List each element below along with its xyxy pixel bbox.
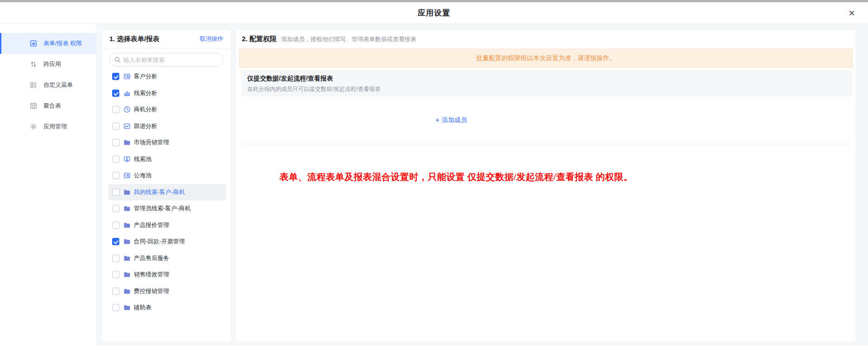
folder-icon: [123, 304, 131, 311]
folder-icon: [123, 238, 131, 245]
custom-menu-icon: [30, 81, 37, 89]
batch-warning-banner: 批量配置的权限组以本次设置为准，请谨慎操作。: [239, 48, 853, 68]
search-input[interactable]: [123, 57, 218, 63]
item-label: 我的线索-客户-商机: [134, 188, 185, 196]
report-permission-icon: [30, 40, 37, 47]
item-checkbox[interactable]: [112, 172, 119, 179]
item-label: 费控报销管理: [134, 287, 169, 295]
item-checkbox[interactable]: [112, 156, 119, 163]
batch-warning-text: 批量配置的权限组以本次设置为准，请谨慎操作。: [476, 54, 616, 62]
item-checkbox[interactable]: [112, 90, 119, 97]
form-list: 客户分析线索分析商机分析跟进分析市场营销管理线索池公海池我的线索-客户-商机管理…: [102, 68, 231, 316]
board-icon: [123, 156, 131, 163]
permission-subtitle: 添加成员，授权他们填写、管理表单数据或查看报表: [281, 35, 416, 43]
item-label: 线索分析: [134, 89, 157, 97]
item-checkbox[interactable]: [112, 189, 119, 196]
form-list-item[interactable]: 客户分析: [102, 68, 231, 85]
form-list-item[interactable]: 合同-回款-开票管理: [102, 233, 231, 250]
permission-group-box: 仅提交数据/发起流程/查看报表 在此分组内的成员只可以提交数据/发起流程/查看报…: [241, 70, 852, 144]
form-list-item[interactable]: 费控报销管理: [102, 283, 231, 300]
app-settings-dialog: 应用设置 × 表单/报表 权限跨应用自定义菜单聚合表应用管理 1. 选择表单/报…: [0, 0, 868, 346]
app-manage-icon: [30, 123, 37, 130]
item-checkbox[interactable]: [112, 304, 119, 311]
item-label: 商机分析: [134, 105, 157, 114]
item-label: 客户分析: [134, 72, 157, 81]
item-checkbox[interactable]: [112, 238, 119, 245]
permission-group-members-area: + 添加成员: [241, 96, 852, 144]
item-checkbox[interactable]: [112, 73, 119, 80]
form-select-header: 1. 选择表单/报表 取消操作: [102, 30, 231, 48]
item-label: 产品售后服务: [134, 254, 169, 262]
form-list-item[interactable]: 我的线索-客户-商机: [108, 184, 226, 201]
item-label: 跟进分析: [134, 122, 157, 130]
item-checkbox[interactable]: [112, 205, 119, 212]
sidebar-item-2[interactable]: 自定义菜单: [0, 75, 96, 95]
item-checkbox[interactable]: [112, 139, 119, 146]
search-icon: [114, 57, 121, 63]
item-label: 合同-回款-开票管理: [134, 237, 185, 246]
sidebar-item-4[interactable]: 应用管理: [0, 116, 96, 137]
sidebar-item-0[interactable]: 表单/报表 权限: [0, 33, 96, 54]
item-label: 线索池: [134, 155, 151, 163]
clock-icon: [123, 106, 131, 113]
form-list-item[interactable]: 产品报价管理: [102, 217, 231, 234]
cross-app-icon: [30, 61, 37, 68]
aggregate-table-icon: [30, 102, 37, 109]
sidebar-item-label: 应用管理: [43, 123, 67, 131]
item-checkbox[interactable]: [112, 271, 119, 278]
sidebar-item-label: 跨应用: [43, 60, 61, 68]
item-label: 产品报价管理: [134, 221, 169, 229]
add-member-label: 添加成员: [442, 116, 467, 124]
barchart-icon: [123, 90, 131, 97]
sidebar-item-label: 聚合表: [43, 102, 61, 110]
form-select-title: 1. 选择表单/报表: [109, 35, 160, 43]
dialog-titlebar: 应用设置 ×: [0, 2, 868, 24]
form-list-item[interactable]: 商机分析: [102, 101, 231, 118]
item-label: 辅助表: [134, 303, 151, 312]
dialog-title: 应用设置: [418, 8, 450, 18]
cancel-operation-link[interactable]: 取消操作: [200, 35, 223, 43]
form-list-item[interactable]: 线索分析: [102, 85, 231, 102]
item-checkbox[interactable]: [112, 106, 119, 113]
form-list-item[interactable]: 线索池: [102, 151, 231, 168]
permission-title: 2. 配置权限: [242, 35, 277, 43]
item-checkbox[interactable]: [112, 255, 119, 262]
trend-icon: [123, 123, 131, 130]
folder-icon: [123, 288, 131, 295]
mixed-setting-notice: 表单、流程表单及报表混合设置时，只能设置 仅提交数据/发起流程/查看报表 的权限…: [279, 171, 633, 183]
item-label: 市场营销管理: [134, 138, 169, 147]
form-list-item[interactable]: 辅助表: [102, 299, 231, 316]
item-checkbox[interactable]: [112, 123, 119, 130]
sidebar-item-3[interactable]: 聚合表: [0, 95, 96, 116]
close-icon[interactable]: ×: [845, 7, 858, 19]
form-list-item[interactable]: 跟进分析: [102, 118, 231, 135]
form-list-item[interactable]: 公海池: [102, 167, 231, 184]
settings-sidebar: 表单/报表 权限跨应用自定义菜单聚合表应用管理: [0, 24, 96, 346]
item-label: 公海池: [134, 171, 151, 180]
folder-icon: [123, 205, 131, 212]
sidebar-item-label: 表单/报表 权限: [43, 39, 82, 47]
permission-group-description: 在此分组内的成员只可以提交数据/发起流程/查看报表: [247, 85, 846, 93]
add-member-button[interactable]: + 添加成员: [435, 116, 467, 124]
form-search-box[interactable]: [109, 53, 223, 66]
item-label: 管理员线索-客户-商机: [134, 204, 191, 213]
form-select-panel: 1. 选择表单/报表 取消操作 客户分析线索分析商机分析跟进分析市场营销管理线索…: [102, 30, 231, 341]
form-list-item[interactable]: 销售绩效管理: [102, 266, 231, 283]
permission-header: 2. 配置权限 添加成员，授权他们填写、管理表单数据或查看报表: [236, 30, 856, 48]
folder-icon: [123, 189, 131, 196]
form-list-item[interactable]: 市场营销管理: [102, 134, 231, 151]
permission-group-header: 仅提交数据/发起流程/查看报表 在此分组内的成员只可以提交数据/发起流程/查看报…: [241, 70, 852, 96]
permission-group-title: 仅提交数据/发起流程/查看报表: [247, 75, 846, 83]
item-checkbox[interactable]: [112, 288, 119, 295]
folder-icon: [123, 271, 131, 278]
item-checkbox[interactable]: [112, 222, 119, 229]
idcard-icon: [123, 172, 131, 179]
plus-icon: +: [435, 117, 439, 124]
folder-icon: [123, 255, 131, 262]
sidebar-item-1[interactable]: 跨应用: [0, 54, 96, 75]
folder-icon: [123, 139, 131, 146]
idcard-icon: [123, 73, 131, 80]
form-list-item[interactable]: 管理员线索-客户-商机: [102, 200, 231, 217]
folder-icon: [123, 222, 131, 229]
form-list-item[interactable]: 产品售后服务: [102, 250, 231, 267]
